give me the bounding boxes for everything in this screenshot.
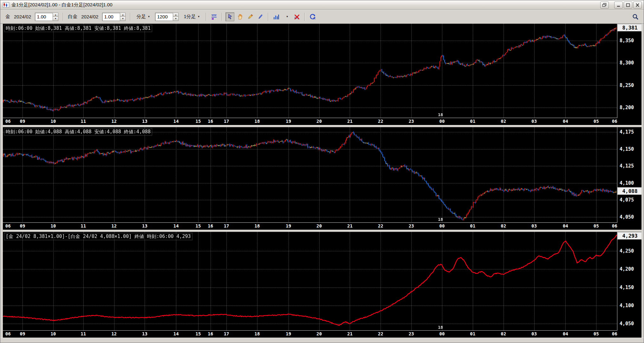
toolbar-separator bbox=[304, 13, 305, 21]
platinum-price-axis[interactable]: 4,1754,1504,1254,1004,0754,0504,088 bbox=[617, 127, 641, 223]
time-tick-label: 23 bbox=[409, 119, 414, 124]
current-price-badge: 4,293 bbox=[617, 232, 641, 240]
bar-chart-icon bbox=[273, 13, 280, 20]
candlestick-icon bbox=[3, 2, 9, 8]
spread-price-axis[interactable]: 4,2504,2004,1504,1004,0504,293 bbox=[617, 232, 641, 331]
gold-ohlc-readout: 時刻:06:00 始値:8,381 高値:8,381 安値:8,381 終値:8… bbox=[4, 25, 152, 32]
hand-tool-icon bbox=[237, 13, 244, 20]
price-tick-label: 4,050 bbox=[620, 321, 634, 327]
close-button[interactable] bbox=[633, 2, 642, 9]
price-tick-label: 8,350 bbox=[620, 38, 634, 43]
indicator-chart-button[interactable] bbox=[272, 12, 281, 21]
time-tick-label: 14 bbox=[173, 331, 179, 336]
time-tick-label: 14 bbox=[173, 119, 179, 124]
gold-price-axis[interactable]: 8,3508,3008,2508,2008,381 bbox=[617, 24, 641, 118]
gold-multiplier-value[interactable]: 1.00 bbox=[35, 13, 53, 21]
time-tick-label: 00 bbox=[439, 223, 445, 228]
spin-down-icon[interactable]: ▼ bbox=[120, 16, 126, 21]
spin-up-icon[interactable]: ▲ bbox=[173, 13, 179, 17]
time-tick-label: 06 bbox=[5, 331, 11, 336]
time-tick-label: 20 bbox=[316, 223, 322, 228]
toolbar-separator bbox=[268, 13, 269, 21]
time-tick-label: 06 bbox=[612, 119, 617, 124]
bar-type-dropdown[interactable]: 分足▼ bbox=[135, 13, 151, 20]
panel-separator[interactable] bbox=[3, 230, 641, 232]
chevron-down-icon: ▼ bbox=[147, 15, 150, 18]
gold-candlestick-canvas[interactable] bbox=[3, 24, 617, 118]
time-tick-label: 05 bbox=[594, 119, 599, 124]
spin-up-icon[interactable]: ▲ bbox=[53, 13, 58, 17]
spin-down-icon[interactable]: ▼ bbox=[53, 16, 58, 21]
time-tick-label: 18 bbox=[254, 223, 260, 228]
spin-down-icon[interactable]: ▼ bbox=[173, 16, 179, 21]
price-tick-label: 4,100 bbox=[620, 303, 634, 308]
toolbar-separator bbox=[130, 13, 131, 21]
time-tick-label: 02 bbox=[501, 223, 506, 228]
search-tool-button[interactable] bbox=[631, 12, 640, 21]
toolbar-separator bbox=[206, 13, 206, 21]
time-tick-label: 04 bbox=[563, 223, 568, 228]
refresh-button[interactable]: R bbox=[308, 12, 317, 21]
chart-panel-platinum: 時刻:06:00 始値:4,088 高値:4,088 安値:4,088 終値:4… bbox=[3, 127, 641, 230]
restore-window-button[interactable] bbox=[600, 2, 609, 9]
time-tick-label: 22 bbox=[378, 331, 383, 336]
spread-formula-readout: [金 24/02 8,381×1.00]-[白金 24/02 4,088×1.0… bbox=[4, 233, 192, 240]
time-tick-label: 21 bbox=[347, 223, 353, 228]
price-tick-label: 4,100 bbox=[620, 180, 634, 186]
remove-chart-icon bbox=[293, 13, 300, 20]
remove-indicator-button[interactable] bbox=[292, 12, 301, 21]
interval-dropdown[interactable]: 1分足▼ bbox=[182, 13, 201, 20]
time-tick-label: 12 bbox=[111, 223, 117, 228]
time-tick-label: 04 bbox=[563, 119, 568, 124]
time-tick-label: 21 bbox=[347, 119, 353, 124]
time-tick-label: 23 bbox=[409, 223, 414, 228]
bar-count-spinner[interactable]: 1200 ▲▼ bbox=[155, 13, 179, 21]
bar-count-value[interactable]: 1200 bbox=[155, 13, 173, 21]
price-tick-label: 8,200 bbox=[620, 105, 634, 110]
time-tick-label: 17 bbox=[224, 223, 229, 228]
indicator-dropdown[interactable]: ▼ bbox=[283, 15, 290, 19]
time-tick-label: 19 bbox=[286, 223, 291, 228]
time-tick-label: 18 bbox=[254, 331, 260, 336]
spread-line-canvas[interactable] bbox=[3, 232, 617, 330]
time-tick-label: 11 bbox=[81, 331, 86, 336]
maximize-button[interactable] bbox=[624, 2, 632, 9]
pen-tool-button[interactable] bbox=[256, 12, 265, 21]
panel-separator[interactable] bbox=[3, 125, 641, 127]
time-tick-label: 01 bbox=[470, 119, 475, 124]
platinum-candlestick-canvas[interactable] bbox=[3, 127, 617, 222]
chart-settings-button[interactable] bbox=[210, 12, 218, 21]
hand-tool-button[interactable] bbox=[236, 12, 244, 21]
time-tick-label: 19 bbox=[286, 331, 291, 336]
gold-plot-area[interactable]: 時刻:06:00 始値:8,381 高値:8,381 安値:8,381 終値:8… bbox=[3, 24, 617, 118]
time-tick-label: 13 bbox=[142, 331, 147, 336]
platinum-multiplier-spinner[interactable]: 1.00 ▲▼ bbox=[102, 13, 126, 21]
spread-plot-area[interactable]: [金 24/02 8,381×1.00]-[白金 24/02 4,088×1.0… bbox=[3, 232, 617, 331]
price-tick-label: 8,300 bbox=[620, 60, 634, 66]
time-tick-label: 17 bbox=[224, 331, 229, 336]
chart-panel-gold: 時刻:06:00 始値:8,381 高値:8,381 安値:8,381 終値:8… bbox=[3, 24, 641, 125]
cursor-tool-icon bbox=[226, 13, 233, 20]
title-bar[interactable]: 金1分足[2024/02]1.00 - 白金1分足[2024/02]1.00 bbox=[0, 0, 644, 10]
gold-multiplier-spinner[interactable]: 1.00 ▲▼ bbox=[35, 13, 58, 21]
platinum-ohlc-readout: 時刻:06:00 始値:4,088 高値:4,088 安値:4,088 終値:4… bbox=[4, 128, 152, 135]
cursor-tool-button[interactable] bbox=[225, 12, 234, 21]
time-tick-label: 04 bbox=[563, 331, 568, 336]
time-tick-label: 19 bbox=[286, 119, 291, 124]
platinum-multiplier-value[interactable]: 1.00 bbox=[102, 13, 120, 21]
app-window: 金1分足[2024/02]1.00 - 白金1分足[2024/02]1.00 金… bbox=[0, 0, 644, 343]
time-tick-label: 23 bbox=[409, 331, 414, 336]
current-price-badge: 4,088 bbox=[617, 187, 641, 195]
platinum-plot-area[interactable]: 時刻:06:00 始値:4,088 高値:4,088 安値:4,088 終値:4… bbox=[3, 127, 617, 223]
minimize-button[interactable] bbox=[614, 2, 623, 9]
time-tick-label: 14 bbox=[173, 223, 179, 228]
pencil-tool-button[interactable] bbox=[246, 12, 255, 21]
spin-up-icon[interactable]: ▲ bbox=[120, 13, 126, 17]
time-tick-label: 00 bbox=[439, 331, 445, 336]
time-tick-label: 03 bbox=[531, 223, 537, 228]
price-tick-label: 4,150 bbox=[620, 285, 634, 290]
time-tick-label: 12 bbox=[111, 331, 117, 336]
time-tick-label: 16 bbox=[208, 331, 213, 336]
chart-panel-spread: [金 24/02 8,381×1.00]-[白金 24/02 4,088×1.0… bbox=[3, 232, 641, 338]
time-tick-label: 05 bbox=[594, 223, 599, 228]
